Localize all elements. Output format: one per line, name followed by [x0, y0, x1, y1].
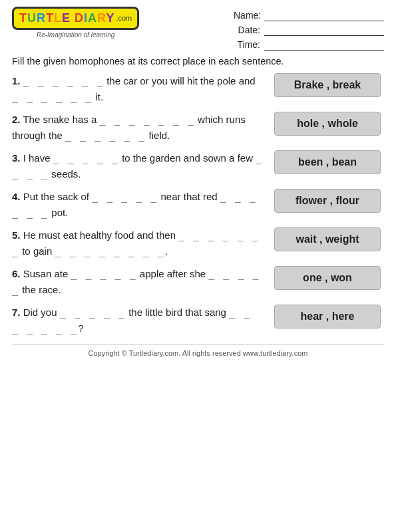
q-num-4: 4.: [12, 191, 21, 202]
q-text-5: 5. He must eat healthy food and then _ _…: [12, 227, 264, 259]
date-input[interactable]: [264, 24, 384, 36]
q-row-7: 7. Did you _ _ _ _ _ the little bird tha…: [12, 305, 384, 336]
blank-1-0: _ _ _ _ _ _: [23, 75, 104, 87]
q-answer-col-2: hole , whole: [271, 112, 384, 136]
answer-btn-6[interactable]: one , won: [274, 266, 381, 290]
text-5-2: to gain: [19, 245, 55, 257]
q-num-6: 6.: [12, 268, 21, 279]
logo-area: TURTLE DIARY .com Re-Imagination of lear…: [12, 7, 139, 39]
question-6: 6. Susan ate _ _ _ _ _ apple after she _…: [12, 266, 384, 298]
text-5-0: He must eat healthy food and then: [23, 229, 179, 241]
blank-6-1: _ _ _ _ _: [71, 268, 136, 280]
logo-com: .com: [116, 14, 132, 22]
blank-2-1: _ _ _ _ _ _ _: [100, 114, 195, 126]
q-num-3: 3.: [12, 152, 21, 164]
answer-btn-7[interactable]: hear , here: [274, 305, 381, 329]
q-row-1: 1. _ _ _ _ _ _ the car or you will hit t…: [12, 73, 384, 105]
answer-btn-3[interactable]: been , bean: [274, 150, 381, 174]
text-6-0: Susan ate: [23, 268, 71, 279]
answer-btn-4[interactable]: flower , flour: [274, 189, 381, 213]
text-4-2: near that red: [158, 191, 220, 202]
text-4-0: Put the sack of: [23, 191, 92, 202]
text-6-2: apple after she: [137, 268, 209, 279]
q-text-4: 4. Put the sack of _ _ _ _ _ near that r…: [12, 189, 264, 221]
text-1-1: the car or you will hit the pole and: [104, 75, 256, 86]
blank-5-3: _ _ _ _ _ _ _ _: [55, 245, 164, 257]
q-text-1: 1. _ _ _ _ _ _ the car or you will hit t…: [12, 73, 264, 105]
q-answer-col-4: flower , flour: [271, 189, 384, 213]
logo-box: TURTLE DIARY .com: [12, 7, 139, 30]
name-row: Name:: [234, 9, 384, 21]
time-label: Time:: [234, 39, 260, 50]
text-2-4: field.: [146, 130, 170, 141]
name-input[interactable]: [264, 9, 384, 21]
text-3-2: to the garden and sown a few: [119, 152, 256, 164]
q-text-2: 2. The snake has a _ _ _ _ _ _ _ which r…: [12, 112, 264, 144]
question-2: 2. The snake has a _ _ _ _ _ _ _ which r…: [12, 112, 384, 144]
answer-btn-2[interactable]: hole , whole: [274, 112, 381, 136]
blank-1-2: _ _ _ _ _ _: [12, 91, 93, 103]
name-fields: Name: Date: Time:: [234, 7, 384, 51]
name-label: Name:: [234, 10, 260, 21]
time-row: Time:: [234, 39, 384, 51]
q-answer-col-5: wait , weight: [271, 227, 384, 251]
q-num-7: 7.: [12, 307, 21, 318]
question-3: 3. I have _ _ _ _ _ to the garden and so…: [12, 150, 384, 182]
text-3-0: I have: [23, 152, 53, 164]
text-5-4: .: [165, 245, 168, 257]
q-num-5: 5.: [12, 229, 21, 241]
text-7-4: ?: [78, 323, 83, 334]
date-label: Date:: [234, 25, 260, 35]
q-answer-col-7: hear , here: [271, 305, 384, 329]
question-7: 7. Did you _ _ _ _ _ the little bird tha…: [12, 305, 384, 336]
q-answer-col-3: been , bean: [271, 150, 384, 174]
q-num-2: 2.: [12, 114, 21, 125]
date-row: Date:: [234, 24, 384, 36]
q-row-3: 3. I have _ _ _ _ _ to the garden and so…: [12, 150, 384, 182]
instructions: Fill the given homophones at its correct…: [12, 56, 384, 66]
q-num-1: 1.: [12, 75, 21, 86]
q-row-6: 6. Susan ate _ _ _ _ _ apple after she _…: [12, 266, 384, 298]
answer-btn-5[interactable]: wait , weight: [274, 227, 381, 251]
q-row-5: 5. He must eat healthy food and then _ _…: [12, 227, 384, 259]
blank-7-1: _ _ _ _ _: [60, 307, 126, 319]
q-text-6: 6. Susan ate _ _ _ _ _ apple after she _…: [12, 266, 264, 298]
text-7-2: the little bird that sang: [126, 307, 229, 318]
text-4-4: pot.: [49, 207, 68, 218]
header: TURTLE DIARY .com Re-Imagination of lear…: [12, 7, 384, 51]
text-1-3: it.: [93, 91, 103, 102]
text-6-4: the race.: [19, 284, 61, 295]
text-7-0: Did you: [23, 307, 60, 318]
time-input[interactable]: [264, 39, 384, 51]
blank-4-1: _ _ _ _ _: [92, 191, 158, 203]
answer-btn-1[interactable]: Brake , break: [274, 73, 381, 97]
q-row-2: 2. The snake has a _ _ _ _ _ _ _ which r…: [12, 112, 384, 144]
questions-container: 1. _ _ _ _ _ _ the car or you will hit t…: [12, 73, 384, 336]
q-row-4: 4. Put the sack of _ _ _ _ _ near that r…: [12, 189, 384, 221]
text-2-0: The snake has a: [23, 114, 99, 125]
q-text-7: 7. Did you _ _ _ _ _ the little bird tha…: [12, 305, 264, 336]
blank-3-1: _ _ _ _ _: [53, 152, 119, 164]
question-1: 1. _ _ _ _ _ _ the car or you will hit t…: [12, 73, 384, 105]
q-text-3: 3. I have _ _ _ _ _ to the garden and so…: [12, 150, 264, 182]
blank-2-3: _ _ _ _ _ _: [65, 130, 146, 142]
footer: Copyright © Turtlediary.com. All rights …: [12, 344, 384, 357]
q-answer-col-1: Brake , break: [271, 73, 384, 97]
question-4: 4. Put the sack of _ _ _ _ _ near that r…: [12, 189, 384, 221]
text-3-4: seeds.: [49, 168, 81, 180]
q-answer-col-6: one , won: [271, 266, 384, 290]
question-5: 5. He must eat healthy food and then _ _…: [12, 227, 384, 259]
logo-tagline: Re-Imagination of learning: [37, 31, 114, 39]
